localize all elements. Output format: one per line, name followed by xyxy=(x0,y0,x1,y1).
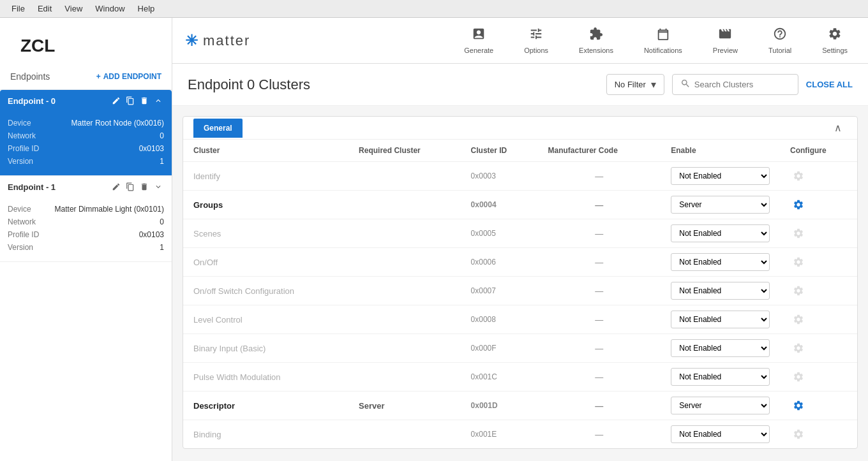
table-row: Binary Input (Basic)0x000F—Not EnabledSe… xyxy=(183,334,857,363)
menu-help[interactable]: Help xyxy=(131,3,161,15)
endpoint-1-actions xyxy=(110,181,164,193)
configure-button[interactable] xyxy=(790,225,807,242)
enable-select[interactable]: Not EnabledServerClient xyxy=(671,425,770,443)
enable-select[interactable]: Not EnabledServerClient xyxy=(671,368,770,386)
add-endpoint-button[interactable]: + ADD ENDPOINT xyxy=(96,72,161,81)
enable-cell: Not EnabledServerClient xyxy=(661,219,780,248)
section-collapse-button[interactable]: ∧ xyxy=(829,117,847,139)
cluster-name-cell: On/off Switch Configuration xyxy=(183,277,348,305)
brand-icon: ✳ xyxy=(185,32,198,50)
cluster-name-cell: Scenes xyxy=(183,219,348,248)
enable-select[interactable]: Not EnabledServerClient xyxy=(671,311,770,328)
endpoint-1-collapse-button[interactable] xyxy=(153,181,164,193)
required-cluster-cell xyxy=(348,363,460,391)
enable-cell: Not EnabledServerClient xyxy=(661,191,780,219)
enable-cell: Not EnabledServerClient xyxy=(661,391,780,420)
menu-edit[interactable]: Edit xyxy=(31,3,58,15)
endpoint-0-collapse-button[interactable] xyxy=(153,95,164,106)
configure-cell xyxy=(780,162,857,191)
table-row: Binding0x001E—Not EnabledServerClient xyxy=(183,420,857,449)
extensions-icon xyxy=(589,27,603,44)
enable-select[interactable]: Not EnabledServerClient xyxy=(671,339,770,357)
add-endpoint-label: ADD ENDPOINT xyxy=(103,72,161,81)
configure-button[interactable] xyxy=(790,397,807,414)
preview-button[interactable]: Preview xyxy=(705,22,745,59)
enable-select[interactable]: Not EnabledServerClient xyxy=(671,167,770,185)
configure-button[interactable] xyxy=(790,340,807,356)
enable-cell: Not EnabledServerClient xyxy=(661,248,780,277)
enable-cell: Not EnabledServerClient xyxy=(661,305,780,334)
col-manufacturer: Manufacturer Code xyxy=(537,140,661,162)
endpoint-0-header[interactable]: Endpoint - 0 xyxy=(0,90,172,112)
cluster-id-cell: 0x000F xyxy=(461,334,538,363)
enable-cell: Not EnabledServerClient xyxy=(661,420,780,449)
endpoint-1-edit-button[interactable] xyxy=(110,181,122,193)
settings-button[interactable]: Settings xyxy=(814,22,855,59)
configure-button[interactable] xyxy=(790,426,807,443)
manufacturer-code-cell: — xyxy=(537,191,661,219)
endpoint-1-details: Device Matter Dimmable Light (0x0101) Ne… xyxy=(0,198,172,261)
configure-button[interactable] xyxy=(790,369,807,385)
required-cluster-cell xyxy=(348,162,460,191)
cluster-name-cell: Groups xyxy=(183,191,348,219)
notifications-button[interactable]: Notifications xyxy=(636,22,690,59)
enable-select[interactable]: Not EnabledServerClient xyxy=(671,196,770,214)
cluster-table: Cluster Required Cluster Cluster ID Manu… xyxy=(183,140,857,448)
endpoint-0-copy-button[interactable] xyxy=(124,95,136,106)
manufacturer-code-cell: — xyxy=(537,305,661,334)
configure-button[interactable] xyxy=(790,311,807,328)
required-cluster-cell xyxy=(348,191,460,219)
configure-button[interactable] xyxy=(790,168,807,184)
cluster-name-cell: On/Off xyxy=(183,248,348,277)
enable-select[interactable]: Not EnabledServerClient xyxy=(671,224,770,242)
detail-row-version: Version 1 xyxy=(8,155,164,168)
endpoints-label: Endpoints xyxy=(10,71,50,82)
endpoint-1-delete-button[interactable] xyxy=(138,181,150,193)
extensions-button[interactable]: Extensions xyxy=(571,22,621,59)
menu-window[interactable]: Window xyxy=(89,3,131,15)
general-section-header: General ∧ xyxy=(183,117,857,140)
enable-select[interactable]: Not EnabledServerClient xyxy=(671,397,770,414)
manufacturer-code-cell: — xyxy=(537,334,661,363)
detail-row-network: Network 0 xyxy=(8,129,164,142)
endpoint-0-delete-button[interactable] xyxy=(138,95,150,106)
endpoint-1-copy-button[interactable] xyxy=(124,181,136,193)
notifications-label: Notifications xyxy=(644,47,682,54)
toolbar-brand: ✳ matter xyxy=(185,32,250,50)
options-label: Options xyxy=(524,47,548,54)
main-content: ✳ matter Generate Options Extens xyxy=(172,18,868,461)
menu-file[interactable]: File xyxy=(5,3,31,15)
table-row: Scenes0x0005—Not EnabledServerClient xyxy=(183,219,857,248)
endpoint-0-edit-button[interactable] xyxy=(110,95,122,106)
generate-button[interactable]: Generate xyxy=(456,22,501,59)
endpoint-1-header[interactable]: Endpoint - 1 xyxy=(0,176,172,198)
options-button[interactable]: Options xyxy=(516,22,556,59)
filter-dropdown[interactable]: No Filter ▾ xyxy=(606,74,664,95)
enable-select[interactable]: Not EnabledServerClient xyxy=(671,253,770,271)
configure-cell xyxy=(780,391,857,420)
sidebar: ZCL Endpoints + ADD ENDPOINT Endpoint - … xyxy=(0,18,172,461)
edit-icon xyxy=(112,182,121,191)
ep1-detail-profile-id: Profile ID 0x0103 xyxy=(8,228,164,241)
table-header-row: Cluster Required Cluster Cluster ID Manu… xyxy=(183,140,857,162)
menu-view[interactable]: View xyxy=(58,3,89,15)
enable-select[interactable]: Not EnabledServerClient xyxy=(671,282,770,300)
search-input[interactable] xyxy=(694,80,790,89)
required-cluster-cell: Server xyxy=(348,391,460,420)
configure-button[interactable] xyxy=(790,282,807,299)
filter-label: No Filter xyxy=(615,80,646,89)
cluster-id-cell: 0x0004 xyxy=(461,191,538,219)
options-icon xyxy=(529,27,543,44)
general-tab[interactable]: General xyxy=(193,119,243,138)
required-cluster-cell xyxy=(348,248,460,277)
required-cluster-cell xyxy=(348,420,460,449)
close-all-button[interactable]: CLOSE ALL xyxy=(806,80,853,89)
configure-button[interactable] xyxy=(790,196,807,213)
enable-cell: Not EnabledServerClient xyxy=(661,162,780,191)
notifications-icon xyxy=(656,27,670,44)
copy-icon xyxy=(126,96,135,105)
cluster-name-cell: Binary Input (Basic) xyxy=(183,334,348,363)
configure-cell xyxy=(780,420,857,449)
configure-button[interactable] xyxy=(790,254,807,270)
tutorial-button[interactable]: Tutorial xyxy=(761,22,799,59)
